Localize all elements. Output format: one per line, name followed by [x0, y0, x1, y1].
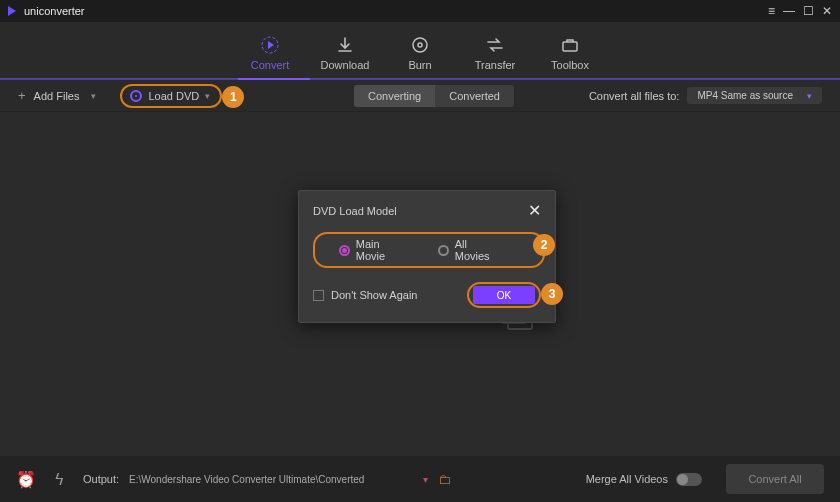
dvd-load-dialog: DVD Load Model ✕ Main Movie All Movies 2…	[298, 190, 556, 323]
radio-main-movie[interactable]: Main Movie	[339, 238, 410, 262]
top-nav: Convert Download Burn Transfer Toolbox	[0, 22, 840, 80]
nav-transfer[interactable]: Transfer	[458, 35, 533, 79]
menu-icon[interactable]: ≡	[768, 4, 775, 18]
highlight-3: 3	[541, 283, 563, 305]
close-button[interactable]: ✕	[822, 4, 832, 18]
nav-convert-label: Convert	[251, 59, 290, 71]
merge-toggle[interactable]	[676, 473, 702, 486]
convert-all-label: Convert all files to:	[589, 90, 679, 102]
schedule-icon[interactable]: ⏰	[16, 470, 36, 489]
convert-status-tabs: Converting Converted	[354, 85, 514, 107]
brand-label: uniconverter	[24, 5, 85, 17]
output-label: Output:	[83, 473, 119, 485]
brand-icon	[8, 6, 18, 16]
output-format-select[interactable]: MP4 Same as source ▾	[687, 87, 822, 104]
main-area: DVD Load Model ✕ Main Movie All Movies 2…	[0, 112, 840, 456]
nav-download-label: Download	[321, 59, 370, 71]
toolbox-icon	[560, 35, 580, 55]
dont-show-label: Don't Show Again	[331, 289, 418, 301]
add-files-button[interactable]: + Add Files ▾	[18, 88, 96, 103]
svg-rect-4	[563, 42, 577, 51]
plus-icon: +	[18, 88, 26, 103]
add-files-label: Add Files	[34, 90, 80, 102]
chevron-down-icon: ▾	[807, 91, 812, 101]
dialog-close-button[interactable]: ✕	[528, 201, 541, 220]
ok-button[interactable]: OK	[473, 286, 535, 304]
chevron-down-icon[interactable]: ▾	[423, 474, 428, 485]
nav-transfer-label: Transfer	[475, 59, 516, 71]
radio-all-movies[interactable]: All Movies	[438, 238, 503, 262]
download-icon	[335, 35, 355, 55]
disc-icon	[130, 90, 142, 102]
tab-converted[interactable]: Converted	[435, 85, 514, 107]
nav-download[interactable]: Download	[308, 35, 383, 79]
load-dvd-label: Load DVD	[148, 90, 199, 102]
svg-point-2	[413, 38, 427, 52]
bottombar: ⏰ ϟ Output: ▾ 🗀 Merge All Videos Convert…	[0, 456, 840, 502]
transfer-icon	[485, 35, 505, 55]
open-folder-icon[interactable]: 🗀	[438, 472, 451, 487]
highlight-1: 1	[222, 86, 244, 108]
highlight-2: 2	[533, 234, 555, 256]
burn-icon	[410, 35, 430, 55]
svg-marker-1	[268, 41, 274, 49]
nav-toolbox[interactable]: Toolbox	[533, 35, 608, 79]
radio-all-label: All Movies	[455, 238, 503, 262]
checkbox-icon	[313, 290, 324, 301]
minimize-button[interactable]: —	[783, 4, 795, 18]
load-dvd-button[interactable]: Load DVD ▾ 1	[120, 84, 222, 108]
radio-unselected-icon	[438, 245, 449, 256]
titlebar: uniconverter ≡ — ☐ ✕	[0, 0, 840, 22]
radio-selected-icon	[339, 245, 350, 256]
radio-main-label: Main Movie	[356, 238, 410, 262]
nav-burn-label: Burn	[408, 59, 431, 71]
merge-videos-label: Merge All Videos	[586, 473, 668, 485]
gpu-accel-icon[interactable]: ϟ	[54, 470, 65, 489]
tab-converting[interactable]: Converting	[354, 85, 435, 107]
nav-convert[interactable]: Convert	[233, 35, 308, 79]
convert-all-button[interactable]: Convert All	[726, 464, 824, 494]
maximize-button[interactable]: ☐	[803, 4, 814, 18]
chevron-down-icon: ▾	[205, 91, 210, 101]
svg-point-3	[418, 43, 422, 47]
format-selected-label: MP4 Same as source	[697, 90, 793, 101]
chevron-down-icon: ▾	[91, 91, 96, 101]
output-path-field[interactable]	[129, 474, 419, 485]
dialog-title: DVD Load Model	[313, 205, 397, 217]
nav-burn[interactable]: Burn	[383, 35, 458, 79]
convert-icon	[260, 35, 280, 55]
nav-toolbox-label: Toolbox	[551, 59, 589, 71]
subbar: + Add Files ▾ Load DVD ▾ 1 Converting Co…	[0, 80, 840, 112]
dvd-mode-radio-group: Main Movie All Movies 2	[313, 232, 545, 268]
dont-show-checkbox[interactable]: Don't Show Again	[313, 289, 418, 301]
